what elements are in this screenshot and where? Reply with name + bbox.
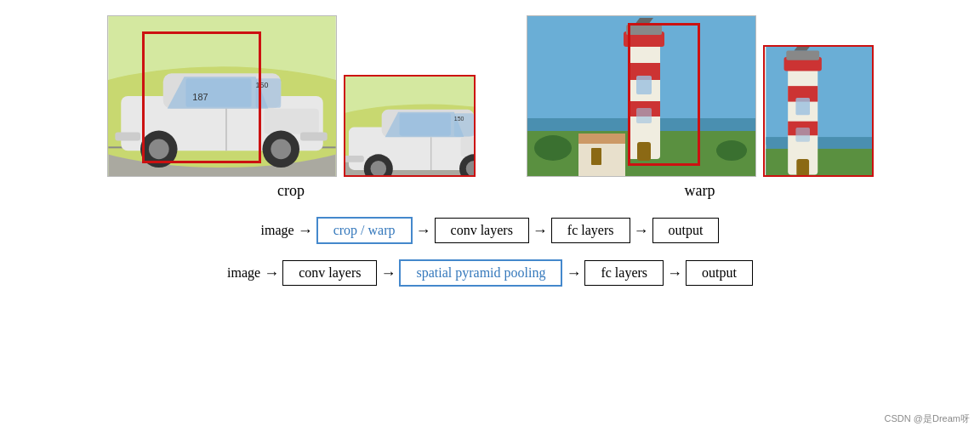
svg-rect-47 — [637, 142, 651, 161]
p2-arrow1: → — [264, 264, 279, 282]
svg-rect-39 — [628, 40, 660, 159]
svg-text:187: 187 — [192, 92, 208, 102]
svg-rect-56 — [788, 65, 818, 174]
warp-label: warp — [685, 182, 715, 200]
p2-conv-layers-box: conv layers — [282, 260, 377, 286]
pipelines-section: image → crop / warp → conv layers → fc l… — [17, 217, 963, 287]
pipeline-row-2: image → conv layers → spatial pyramid po… — [227, 259, 753, 287]
images-section: 187 150 — [17, 15, 963, 200]
p2-output-box: output — [686, 260, 753, 286]
svg-rect-46 — [636, 108, 652, 123]
svg-rect-62 — [795, 98, 810, 115]
svg-rect-9 — [300, 133, 328, 141]
svg-point-14 — [271, 139, 291, 159]
p1-image-node: image — [261, 223, 294, 238]
car-large-image: 187 150 — [107, 15, 337, 177]
p1-arrow4: → — [634, 222, 649, 240]
p1-arrow1: → — [298, 222, 313, 240]
svg-rect-28 — [345, 156, 364, 162]
p2-spp-box: spatial pyramid pooling — [399, 259, 562, 287]
crop-label: crop — [277, 182, 305, 200]
svg-rect-49 — [578, 134, 625, 144]
warp-group: warp — [527, 15, 874, 200]
p1-arrow2: → — [416, 222, 431, 240]
svg-point-12 — [148, 139, 168, 159]
svg-rect-55 — [766, 149, 874, 177]
svg-rect-8 — [264, 109, 318, 134]
car-small-image: 150 — [344, 75, 476, 177]
p1-fc-layers-box: fc layers — [551, 218, 630, 243]
svg-rect-60 — [786, 51, 819, 60]
crop-group: 187 150 — [107, 15, 476, 200]
p1-conv-layers-box: conv layers — [435, 218, 529, 243]
main-container: 187 150 — [0, 0, 980, 432]
svg-rect-43 — [626, 25, 662, 35]
p1-crop-warp-box: crop / warp — [316, 217, 413, 244]
p2-fc-layers-box: fc layers — [584, 260, 664, 286]
p2-image-node: image — [227, 265, 260, 281]
svg-point-30 — [370, 161, 386, 177]
svg-text:150: 150 — [453, 116, 464, 122]
p1-output-box: output — [652, 218, 720, 243]
crop-images: 187 150 — [107, 15, 476, 177]
svg-rect-50 — [591, 148, 601, 165]
svg-rect-26 — [460, 137, 475, 156]
p2-arrow4: → — [667, 264, 682, 282]
p2-arrow2: → — [380, 264, 396, 282]
svg-rect-10 — [115, 133, 140, 141]
svg-rect-63 — [795, 128, 810, 142]
svg-rect-34 — [399, 113, 450, 135]
watermark: CSDN @是Dream呀 — [885, 412, 970, 425]
svg-point-51 — [534, 135, 572, 161]
svg-text:150: 150 — [255, 81, 268, 89]
svg-rect-45 — [636, 76, 652, 94]
lighthouse-large-image — [527, 15, 756, 177]
pipeline-row-1: image → crop / warp → conv layers → fc l… — [261, 217, 720, 244]
p2-arrow3: → — [566, 264, 581, 282]
svg-rect-64 — [796, 159, 809, 176]
svg-point-52 — [716, 140, 747, 161]
lighthouse-small-image — [763, 45, 874, 177]
svg-rect-48 — [578, 142, 625, 177]
warp-images — [527, 15, 874, 177]
p1-arrow3: → — [533, 222, 548, 240]
